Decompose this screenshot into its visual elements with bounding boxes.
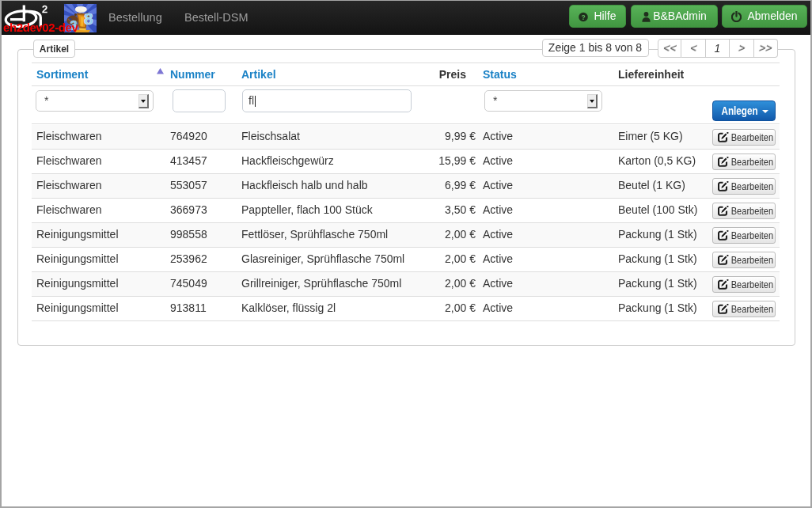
- svg-text:?: ?: [582, 13, 586, 21]
- svg-text:8: 8: [84, 9, 93, 28]
